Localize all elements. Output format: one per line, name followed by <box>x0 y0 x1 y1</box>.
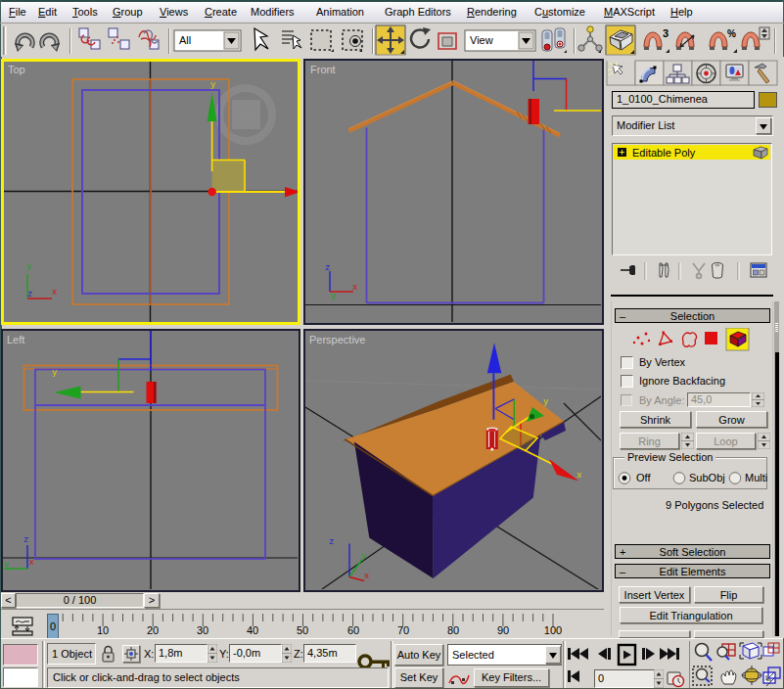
svg-text:Top: Top <box>8 64 25 75</box>
svg-text:Front: Front <box>310 64 336 75</box>
svg-text:z: z <box>27 290 32 299</box>
svg-text:y: y <box>4 560 10 570</box>
svg-text:y: y <box>210 80 216 90</box>
svg-text:x: x <box>52 288 57 298</box>
svg-text:Perspective: Perspective <box>309 334 365 345</box>
svg-text:3: 3 <box>663 27 669 39</box>
svg-text:Left: Left <box>7 334 24 345</box>
svg-text:x: x <box>576 471 581 481</box>
svg-text:z: z <box>23 535 28 545</box>
svg-text:y: y <box>52 368 58 378</box>
svg-text:z: z <box>325 263 330 273</box>
svg-text:%: % <box>727 28 736 39</box>
svg-text:y: y <box>361 552 367 562</box>
svg-text:x: x <box>29 558 34 568</box>
svg-text:x: x <box>364 572 369 581</box>
svg-text:View: View <box>470 34 493 46</box>
svg-text:z: z <box>329 537 334 547</box>
svg-text:TOP: TOP <box>240 112 254 118</box>
svg-text:x: x <box>352 283 357 293</box>
svg-text:y: y <box>543 397 549 407</box>
svg-text:All: All <box>179 34 191 46</box>
svg-text:y: y <box>26 262 32 272</box>
svg-text:Editable Poly: Editable Poly <box>632 147 696 159</box>
svg-text:y: y <box>331 292 337 301</box>
